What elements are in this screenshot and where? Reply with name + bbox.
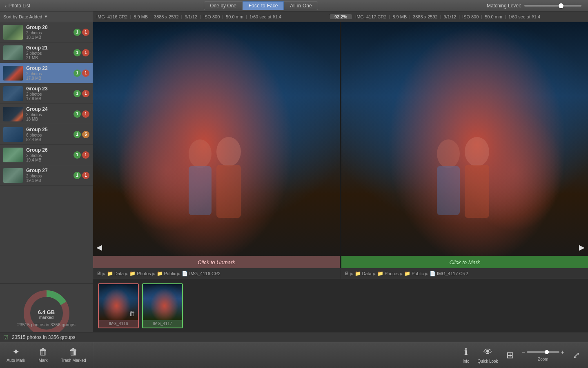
- right-photo-image[interactable]: ▶: [341, 22, 588, 268]
- matching-label: Matching Level:: [487, 3, 521, 9]
- zoom-area: − + Zoom: [522, 349, 564, 361]
- sidebar-toolbar-area: ✦ Auto Mark 🗑 Mark 🗑 Trash Marked: [0, 342, 93, 368]
- group-thumb-25: [3, 127, 23, 142]
- matching-slider-thumb: [559, 3, 564, 8]
- group-info-22: Group 22 2 photos17.9 MB: [26, 65, 70, 81]
- donut-total: 6.4 GB: [38, 309, 55, 315]
- meta-bar: IMG_4116.CR2 | 8.9 MB | 3888 x 2592 | 9/…: [93, 11, 588, 22]
- right-path-photos: Photos: [385, 271, 399, 276]
- badge-red-25: 5: [82, 131, 89, 138]
- group-list: Group 20 2 photos18.1 MB1 1Group 21 2 ph…: [0, 22, 93, 283]
- view-all-in-one[interactable]: All-in-One: [284, 1, 318, 10]
- right-date: 9/1/12: [444, 14, 457, 19]
- strip-thumb-right[interactable]: IMG_4117: [142, 283, 183, 328]
- zoom-in-icon[interactable]: +: [561, 349, 564, 355]
- photo-count: 23515 photos in 3356 groups: [17, 322, 76, 327]
- zoom-slider[interactable]: [527, 351, 559, 353]
- back-chevron-icon: ‹: [5, 2, 7, 9]
- right-path-public: Public: [412, 271, 424, 276]
- auto-mark-icon: ✦: [12, 348, 20, 357]
- group-name-23: Group 23: [26, 86, 70, 92]
- quick-look-button[interactable]: 👁 Quick Look: [478, 347, 498, 364]
- group-item-26[interactable]: Group 26 2 photos19.4 MB1 1: [0, 145, 93, 165]
- trash-marked-icon: 🗑: [69, 348, 78, 357]
- group-item-24[interactable]: Group 24 2 photos18 MB1 1: [0, 104, 93, 124]
- group-item-20[interactable]: Group 20 2 photos18.1 MB1 1: [0, 22, 93, 43]
- group-badges-22: 1 1: [74, 70, 89, 77]
- zoom-out-icon[interactable]: −: [522, 349, 525, 355]
- main-layout: Sort by Date Added ▼ Group 20 2 photos18…: [0, 11, 588, 332]
- left-photo-image[interactable]: ◀: [93, 22, 340, 268]
- left-path-public: Public: [164, 271, 176, 276]
- group-item-21[interactable]: Group 21 2 photos21 MB1 1: [0, 43, 93, 63]
- expand-button[interactable]: ⤢: [572, 350, 580, 361]
- trash-marked-button[interactable]: 🗑 Trash Marked: [58, 346, 89, 364]
- group-thumb-24: [3, 107, 23, 121]
- group-item-22[interactable]: Group 22 2 photos17.9 MB1 1: [0, 63, 93, 83]
- info-button[interactable]: ℹ Info: [463, 347, 470, 364]
- group-info-21: Group 21 2 photos21 MB: [26, 45, 70, 60]
- group-meta-21: 2 photos21 MB: [26, 51, 70, 60]
- expand-icon: ⤢: [572, 350, 580, 361]
- view-mode-switcher: One by One Face-to-Face All-in-One: [35, 1, 487, 10]
- right-iso: ISO 800: [462, 14, 479, 19]
- group-name-24: Group 24: [26, 106, 70, 112]
- grid-icon: ⊞: [506, 350, 514, 361]
- zoom-label: Zoom: [538, 357, 548, 361]
- grid-view-button[interactable]: ⊞: [506, 350, 514, 361]
- group-name-20: Group 20: [26, 25, 70, 30]
- mark-label: Mark: [38, 358, 47, 363]
- view-face-to-face[interactable]: Face-to-Face: [243, 1, 284, 10]
- group-info-27: Group 27 2 photos19.1 MB: [26, 168, 70, 183]
- top-bar: ‹ Photo List One by One Face-to-Face All…: [0, 0, 588, 11]
- left-click-action[interactable]: Click to Unmark: [93, 256, 340, 268]
- matching-slider[interactable]: [524, 5, 581, 7]
- view-one-by-one[interactable]: One by One: [204, 1, 243, 10]
- group-item-23[interactable]: Group 23 2 photos17.8 MB1 1: [0, 83, 93, 104]
- strip-left-label: IMG_4116: [99, 320, 138, 327]
- photo-area: ◀ Click to Unmark ▶: [93, 22, 588, 332]
- badge-red-27: 1: [82, 172, 89, 179]
- group-thumb-27: [3, 168, 23, 183]
- right-filepath: 🖥 ▶ 📁 Data ▶ 📁 Photos ▶ 📁 Public ▶ 📄 IMG…: [341, 268, 588, 279]
- group-thumb-21: [3, 45, 23, 60]
- group-thumb-20: [3, 25, 23, 40]
- right-arrow-icon: ▶: [579, 243, 585, 252]
- left-size: 8.9 MB: [134, 14, 148, 19]
- group-info-20: Group 20 2 photos18.1 MB: [26, 25, 70, 40]
- badge-green-24: 1: [74, 110, 81, 118]
- group-info-26: Group 26 2 photos19.4 MB: [26, 147, 70, 162]
- group-name-26: Group 26: [26, 147, 70, 153]
- strip-thumb-left[interactable]: IMG_4116 🗑: [98, 283, 139, 328]
- sort-bar[interactable]: Sort by Date Added ▼: [0, 11, 93, 22]
- back-label: Photo List: [9, 3, 30, 9]
- group-info-25: Group 25 6 photos52.4 MB: [26, 127, 70, 142]
- group-info-24: Group 24 2 photos18 MB: [26, 106, 70, 121]
- left-path-sep-1: ▶: [102, 272, 106, 276]
- right-click-action[interactable]: Click to Mark: [341, 256, 588, 268]
- group-item-25[interactable]: Group 25 6 photos52.4 MB1 5: [0, 124, 93, 145]
- badge-green-25: 1: [74, 131, 81, 138]
- badge-green-27: 1: [74, 172, 81, 179]
- zoom-slider-wrap: − +: [522, 349, 564, 355]
- group-badges-24: 1 1: [74, 110, 89, 118]
- left-exposure: 1/60 sec at f/1.4: [249, 14, 281, 19]
- right-filename: IMG_4117.CR2: [355, 14, 386, 19]
- group-item-27[interactable]: Group 27 2 photos19.1 MB1 1: [0, 165, 93, 186]
- matching-level-area: Matching Level:: [487, 3, 588, 9]
- group-badges-20: 1 1: [74, 29, 89, 36]
- back-button[interactable]: ‹ Photo List: [0, 2, 35, 9]
- info-icon: ℹ: [464, 347, 468, 357]
- badge-red-26: 1: [82, 151, 89, 159]
- group-thumb-23: [3, 86, 23, 101]
- badge-green-23: 1: [74, 90, 81, 97]
- sort-arrow-icon: ▼: [44, 14, 48, 19]
- auto-mark-button[interactable]: ✦ Auto Mark: [3, 346, 29, 364]
- badge-green-20: 1: [74, 29, 81, 36]
- left-path-data: Data: [114, 271, 124, 276]
- group-meta-23: 2 photos17.8 MB: [26, 92, 70, 101]
- group-name-25: Group 25: [26, 127, 70, 132]
- mark-button[interactable]: 🗑 Mark: [35, 346, 51, 364]
- left-date: 9/1/12: [185, 14, 197, 19]
- mark-icon: 🗑: [39, 348, 48, 357]
